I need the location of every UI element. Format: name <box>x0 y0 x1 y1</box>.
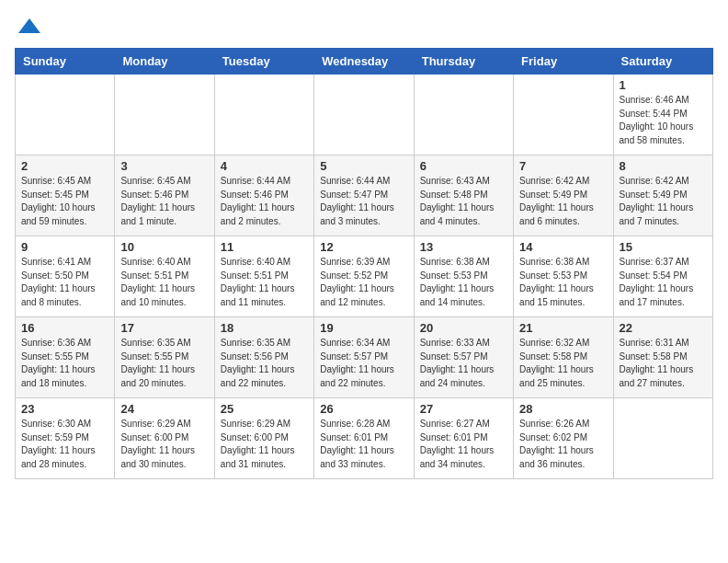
day-number: 12 <box>320 240 407 254</box>
cell-details: Sunrise: 6:30 AM Sunset: 5:59 PM Dayligh… <box>21 418 108 471</box>
cell-details: Sunrise: 6:40 AM Sunset: 5:51 PM Dayligh… <box>221 256 308 309</box>
cell-details: Sunrise: 6:40 AM Sunset: 5:51 PM Dayligh… <box>120 256 208 309</box>
calendar-cell <box>115 75 214 155</box>
day-number: 5 <box>320 159 407 173</box>
calendar-table: SundayMondayTuesdayWednesdayThursdayFrid… <box>15 48 713 479</box>
day-number: 24 <box>120 402 208 416</box>
day-number: 22 <box>620 321 707 335</box>
cell-details: Sunrise: 6:27 AM Sunset: 6:01 PM Dayligh… <box>420 418 507 471</box>
day-number: 13 <box>420 240 507 254</box>
day-number: 2 <box>21 159 108 173</box>
calendar-cell: 24Sunrise: 6:29 AM Sunset: 6:00 PM Dayli… <box>115 398 214 479</box>
calendar-cell <box>16 75 115 155</box>
day-header-monday: Monday <box>115 49 214 75</box>
day-number: 21 <box>519 321 607 335</box>
day-number: 8 <box>620 159 707 173</box>
cell-details: Sunrise: 6:39 AM Sunset: 5:52 PM Dayligh… <box>320 256 407 309</box>
page-header <box>15 15 713 40</box>
calendar-cell: 18Sunrise: 6:35 AM Sunset: 5:56 PM Dayli… <box>214 317 313 398</box>
cell-details: Sunrise: 6:38 AM Sunset: 5:53 PM Dayligh… <box>519 256 607 309</box>
calendar-cell: 26Sunrise: 6:28 AM Sunset: 6:01 PM Dayli… <box>314 398 414 479</box>
week-row-4: 16Sunrise: 6:36 AM Sunset: 5:55 PM Dayli… <box>16 317 713 398</box>
calendar-cell <box>214 75 313 155</box>
day-number: 4 <box>221 159 308 173</box>
calendar-cell: 17Sunrise: 6:35 AM Sunset: 5:55 PM Dayli… <box>115 317 214 398</box>
cell-details: Sunrise: 6:36 AM Sunset: 5:55 PM Dayligh… <box>21 337 108 390</box>
day-number: 18 <box>221 321 308 335</box>
day-number: 17 <box>120 321 208 335</box>
calendar-cell: 2Sunrise: 6:45 AM Sunset: 5:45 PM Daylig… <box>16 155 115 236</box>
calendar-cell: 6Sunrise: 6:43 AM Sunset: 5:48 PM Daylig… <box>414 155 513 236</box>
cell-details: Sunrise: 6:31 AM Sunset: 5:58 PM Dayligh… <box>620 337 707 390</box>
calendar-cell: 23Sunrise: 6:30 AM Sunset: 5:59 PM Dayli… <box>16 398 115 479</box>
day-number: 6 <box>420 159 507 173</box>
calendar-cell: 14Sunrise: 6:38 AM Sunset: 5:53 PM Dayli… <box>514 236 613 317</box>
cell-details: Sunrise: 6:42 AM Sunset: 5:49 PM Dayligh… <box>620 175 707 228</box>
day-number: 27 <box>420 402 507 416</box>
cell-details: Sunrise: 6:41 AM Sunset: 5:50 PM Dayligh… <box>21 256 108 309</box>
calendar-header: SundayMondayTuesdayWednesdayThursdayFrid… <box>16 49 713 75</box>
day-number: 26 <box>320 402 407 416</box>
cell-details: Sunrise: 6:26 AM Sunset: 6:02 PM Dayligh… <box>519 418 607 471</box>
svg-marker-0 <box>18 18 40 33</box>
calendar-cell <box>514 75 613 155</box>
cell-details: Sunrise: 6:29 AM Sunset: 6:00 PM Dayligh… <box>221 418 308 471</box>
calendar-body: 1Sunrise: 6:46 AM Sunset: 5:44 PM Daylig… <box>16 75 713 479</box>
days-header-row: SundayMondayTuesdayWednesdayThursdayFrid… <box>16 49 713 75</box>
calendar-cell: 16Sunrise: 6:36 AM Sunset: 5:55 PM Dayli… <box>16 317 115 398</box>
cell-details: Sunrise: 6:38 AM Sunset: 5:53 PM Dayligh… <box>420 256 507 309</box>
day-header-thursday: Thursday <box>414 49 513 75</box>
calendar-cell: 13Sunrise: 6:38 AM Sunset: 5:53 PM Dayli… <box>414 236 513 317</box>
day-number: 25 <box>221 402 308 416</box>
calendar-cell: 15Sunrise: 6:37 AM Sunset: 5:54 PM Dayli… <box>613 236 712 317</box>
calendar-cell: 11Sunrise: 6:40 AM Sunset: 5:51 PM Dayli… <box>214 236 313 317</box>
day-header-tuesday: Tuesday <box>214 49 313 75</box>
day-header-saturday: Saturday <box>613 49 712 75</box>
calendar-cell: 20Sunrise: 6:33 AM Sunset: 5:57 PM Dayli… <box>414 317 513 398</box>
week-row-3: 9Sunrise: 6:41 AM Sunset: 5:50 PM Daylig… <box>16 236 713 317</box>
day-number: 11 <box>221 240 308 254</box>
calendar-cell: 3Sunrise: 6:45 AM Sunset: 5:46 PM Daylig… <box>115 155 214 236</box>
cell-details: Sunrise: 6:37 AM Sunset: 5:54 PM Dayligh… <box>620 256 707 309</box>
day-number: 7 <box>519 159 607 173</box>
calendar-cell: 21Sunrise: 6:32 AM Sunset: 5:58 PM Dayli… <box>514 317 613 398</box>
cell-details: Sunrise: 6:28 AM Sunset: 6:01 PM Dayligh… <box>320 418 407 471</box>
day-header-wednesday: Wednesday <box>314 49 414 75</box>
day-number: 16 <box>21 321 108 335</box>
cell-details: Sunrise: 6:35 AM Sunset: 5:56 PM Dayligh… <box>221 337 308 390</box>
calendar-cell: 27Sunrise: 6:27 AM Sunset: 6:01 PM Dayli… <box>414 398 513 479</box>
day-number: 1 <box>620 78 707 92</box>
calendar-cell: 7Sunrise: 6:42 AM Sunset: 5:49 PM Daylig… <box>514 155 613 236</box>
calendar-cell: 9Sunrise: 6:41 AM Sunset: 5:50 PM Daylig… <box>16 236 115 317</box>
day-number: 9 <box>21 240 108 254</box>
cell-details: Sunrise: 6:33 AM Sunset: 5:57 PM Dayligh… <box>420 337 507 390</box>
day-number: 19 <box>320 321 407 335</box>
calendar-cell: 5Sunrise: 6:44 AM Sunset: 5:47 PM Daylig… <box>314 155 414 236</box>
week-row-1: 1Sunrise: 6:46 AM Sunset: 5:44 PM Daylig… <box>16 75 713 155</box>
cell-details: Sunrise: 6:44 AM Sunset: 5:46 PM Dayligh… <box>221 175 308 228</box>
cell-details: Sunrise: 6:35 AM Sunset: 5:55 PM Dayligh… <box>120 337 208 390</box>
calendar-cell: 19Sunrise: 6:34 AM Sunset: 5:57 PM Dayli… <box>314 317 414 398</box>
cell-details: Sunrise: 6:43 AM Sunset: 5:48 PM Dayligh… <box>420 175 507 228</box>
cell-details: Sunrise: 6:44 AM Sunset: 5:47 PM Dayligh… <box>320 175 407 228</box>
cell-details: Sunrise: 6:45 AM Sunset: 5:45 PM Dayligh… <box>21 175 108 228</box>
calendar-cell: 1Sunrise: 6:46 AM Sunset: 5:44 PM Daylig… <box>613 75 712 155</box>
day-number: 15 <box>620 240 707 254</box>
day-number: 10 <box>120 240 208 254</box>
day-number: 20 <box>420 321 507 335</box>
day-header-friday: Friday <box>514 49 613 75</box>
calendar-cell <box>314 75 414 155</box>
cell-details: Sunrise: 6:42 AM Sunset: 5:49 PM Dayligh… <box>519 175 607 228</box>
day-number: 28 <box>519 402 607 416</box>
cell-details: Sunrise: 6:45 AM Sunset: 5:46 PM Dayligh… <box>120 175 208 228</box>
cell-details: Sunrise: 6:32 AM Sunset: 5:58 PM Dayligh… <box>519 337 607 390</box>
calendar-cell: 4Sunrise: 6:44 AM Sunset: 5:46 PM Daylig… <box>214 155 313 236</box>
day-number: 14 <box>519 240 607 254</box>
week-row-5: 23Sunrise: 6:30 AM Sunset: 5:59 PM Dayli… <box>16 398 713 479</box>
logo <box>15 15 42 40</box>
logo-icon <box>17 15 42 40</box>
calendar-cell: 10Sunrise: 6:40 AM Sunset: 5:51 PM Dayli… <box>115 236 214 317</box>
cell-details: Sunrise: 6:29 AM Sunset: 6:00 PM Dayligh… <box>120 418 208 471</box>
day-number: 3 <box>120 159 208 173</box>
calendar-cell: 22Sunrise: 6:31 AM Sunset: 5:58 PM Dayli… <box>613 317 712 398</box>
